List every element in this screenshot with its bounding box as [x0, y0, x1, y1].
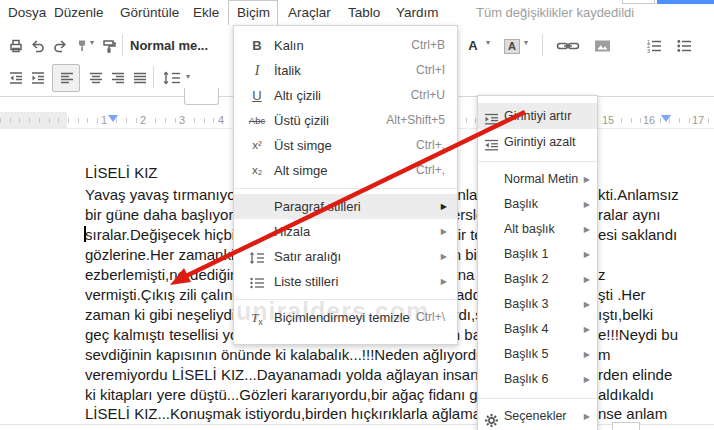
- submenu-item-normal-text[interactable]: Normal Metin▶: [478, 167, 597, 192]
- paint-format-caret-icon[interactable]: ▾: [90, 38, 94, 47]
- submenu-item-heading-4[interactable]: Başlık 4▶: [478, 317, 597, 342]
- menu-item-list-styles[interactable]: Liste stilleri ▶: [234, 269, 457, 294]
- redo-icon: [52, 38, 68, 54]
- menu-item-strikethrough[interactable]: Abc Üstü çiziliAlt+Shift+5: [234, 108, 457, 133]
- undo-icon: [30, 38, 46, 54]
- menu-item-superscript[interactable]: x² Üst simgeCtrl+.: [234, 133, 457, 158]
- subscript-icon: x₂: [244, 158, 270, 183]
- redo-button[interactable]: [50, 36, 70, 56]
- text-color-caret-icon[interactable]: ▾: [486, 38, 490, 47]
- submenu-arrow-icon: ▶: [441, 219, 447, 244]
- menu-duzenle[interactable]: Düzenle: [54, 5, 104, 20]
- menu-tablo[interactable]: Tablo: [348, 5, 380, 20]
- paint-format-button[interactable]: [72, 36, 92, 56]
- justify-icon: [132, 70, 148, 86]
- highlight-caret-icon[interactable]: ▾: [524, 38, 528, 47]
- ruler-number: 3: [177, 114, 187, 126]
- align-center-icon: [88, 70, 104, 86]
- increase-indent-button[interactable]: [28, 68, 48, 88]
- italic-icon: I: [244, 58, 270, 83]
- bold-icon: B: [244, 33, 270, 58]
- menu-item-bold[interactable]: B KalınCtrl+B: [234, 33, 457, 58]
- line-spacing-caret-icon[interactable]: ▾: [186, 72, 190, 81]
- menu-item-underline[interactable]: U Altı çiziliCtrl+U: [234, 83, 457, 108]
- insert-image-button[interactable]: [592, 36, 612, 56]
- menu-dosya[interactable]: Dosya: [8, 5, 46, 20]
- submenu-item-increase-indent[interactable]: Girintiyi artır: [478, 103, 597, 129]
- watermark: uniralders.com: [236, 297, 429, 326]
- menu-item-paragraph-styles[interactable]: Paragraf stilleri ▶: [234, 194, 457, 219]
- submenu-arrow-icon: ▶: [584, 404, 590, 429]
- submenu-arrow-icon: ▶: [584, 292, 590, 317]
- decrease-indent-icon: [8, 70, 24, 86]
- gear-icon: [484, 410, 501, 430]
- numbered-list-icon: 123: [646, 38, 663, 54]
- submenu-arrow-icon: ▶: [584, 242, 590, 267]
- submenu-item-options[interactable]: Seçenekler▶: [478, 404, 597, 429]
- styles-dropdown[interactable]: Normal me...: [130, 38, 208, 53]
- ruler-number: 15: [600, 114, 616, 126]
- menu-araclar[interactable]: Araçlar: [288, 5, 331, 20]
- numbered-list-button[interactable]: 123: [644, 36, 664, 56]
- line-spacing-button[interactable]: [160, 68, 184, 88]
- highlight-color-icon: A: [504, 39, 520, 54]
- submenu-item-heading[interactable]: Başlık▶: [478, 192, 597, 217]
- justify-button[interactable]: [130, 68, 150, 88]
- submenu-item-heading-5[interactable]: Başlık 5▶: [478, 342, 597, 367]
- ruler-number: 4: [216, 114, 226, 126]
- svg-text:3: 3: [647, 48, 650, 54]
- submenu-item-decrease-indent[interactable]: Girintiyi azalt: [478, 129, 597, 155]
- align-center-button[interactable]: [86, 68, 106, 88]
- paint-roller-button[interactable]: [99, 36, 119, 56]
- submenu-item-heading-1[interactable]: Başlık 1▶: [478, 242, 597, 267]
- submenu-arrow-icon: ▶: [584, 342, 590, 367]
- comments-button-edge[interactable]: [622, 0, 655, 4]
- highlight-color-button[interactable]: A: [502, 36, 522, 56]
- submenu-arrow-icon: ▶: [584, 217, 590, 242]
- menu-item-align[interactable]: Hizala ▶: [234, 219, 457, 244]
- menu-item-subscript[interactable]: x₂ Alt simgeCtrl+,: [234, 158, 457, 183]
- superscript-icon: x²: [244, 133, 270, 158]
- menu-separator: [478, 161, 597, 162]
- document-line: sevdiğinin kapısının önünde ki kalabalık…: [0, 345, 714, 365]
- paint-roller-icon: [101, 38, 117, 54]
- menu-bicim[interactable]: Biçim: [237, 5, 270, 20]
- submenu-item-heading-3[interactable]: Başlık 3▶: [478, 292, 597, 317]
- submenu-arrow-icon: ▶: [584, 267, 590, 292]
- link-icon: [556, 38, 580, 54]
- text-color-icon: A: [468, 36, 477, 54]
- submenu-arrow-icon: ▶: [441, 244, 447, 269]
- indent-marker[interactable]: [108, 115, 118, 122]
- bulleted-list-button[interactable]: [674, 36, 694, 56]
- submenu-item-subtitle[interactable]: Alt başlık▶: [478, 217, 597, 242]
- underline-icon: U: [244, 83, 270, 108]
- menu-item-line-spacing[interactable]: Satır aralığı ▶: [234, 244, 457, 269]
- ruler-number: 17: [690, 114, 706, 126]
- toolbar-separator: [122, 34, 123, 56]
- menu-item-italic[interactable]: I İtalikCtrl+I: [234, 58, 457, 83]
- menu-goruntule[interactable]: Görüntüle: [120, 5, 179, 20]
- toolbar-separator: [153, 66, 154, 88]
- align-left-button[interactable]: [57, 68, 77, 88]
- ruler-number: 16: [641, 114, 657, 126]
- menu-ekle[interactable]: Ekle: [193, 5, 219, 20]
- print-button[interactable]: [6, 36, 26, 56]
- align-right-button[interactable]: [108, 68, 128, 88]
- share-button-edge[interactable]: [657, 0, 714, 4]
- submenu-arrow-icon: ▶: [584, 167, 590, 192]
- submenu-arrow-icon: ▶: [441, 269, 447, 294]
- save-status: Tüm değişiklikler kaydedildi: [476, 5, 634, 20]
- submenu-item-heading-6[interactable]: Başlık 6▶: [478, 367, 597, 392]
- insert-link-button[interactable]: [554, 36, 582, 56]
- menu-yardim[interactable]: Yardım: [396, 5, 439, 20]
- submenu-arrow-icon: ▶: [584, 192, 590, 217]
- right-indent-marker[interactable]: [661, 115, 671, 122]
- text-color-button[interactable]: A: [464, 35, 482, 55]
- line-spacing-icon: [244, 244, 270, 269]
- increase-indent-icon: [30, 70, 46, 86]
- decrease-indent-button[interactable]: [6, 68, 26, 88]
- paint-format-icon: [74, 38, 90, 54]
- menubar: Dosya Düzenle Görüntüle Ekle Biçim Araçl…: [0, 0, 714, 26]
- submenu-item-heading-2[interactable]: Başlık 2▶: [478, 267, 597, 292]
- undo-button[interactable]: [28, 36, 48, 56]
